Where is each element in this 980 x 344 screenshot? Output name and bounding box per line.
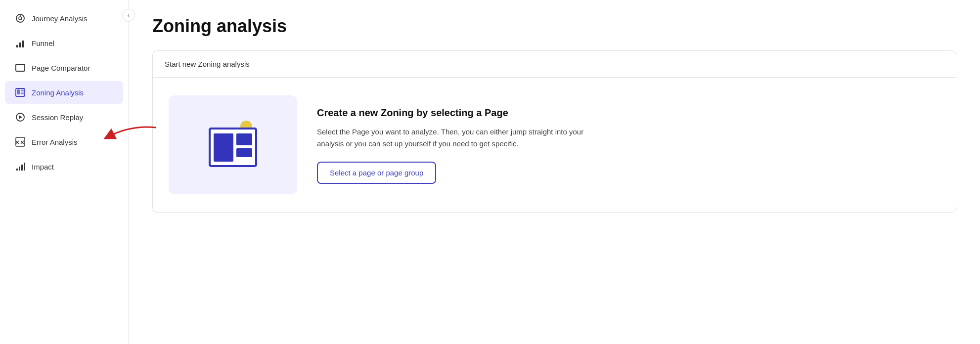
sidebar-item-label: Journey Analysis [32,14,88,23]
svg-rect-3 [16,45,18,47]
sidebar: ‹ Journey Analysis Funnel [0,0,129,344]
sidebar-item-funnel[interactable]: Funnel [5,32,123,54]
sidebar-item-zoning-analysis[interactable]: Zoning Analysis [5,81,123,104]
sidebar-collapse-button[interactable]: ‹ [122,9,135,22]
create-title: Create a new Zoning by selecting a Page [317,106,940,119]
sidebar-item-label: Zoning Analysis [32,88,84,97]
page-title: Zoning analysis [152,16,956,37]
svg-rect-9 [21,89,24,91]
svg-point-1 [19,17,22,20]
svg-rect-21 [24,163,25,171]
svg-rect-18 [16,169,18,171]
impact-icon [15,161,26,172]
sidebar-item-label: Impact [32,163,54,171]
illustration-box [169,95,297,194]
svg-rect-10 [21,92,24,94]
select-page-button[interactable]: Select a page or page group [317,162,436,184]
svg-rect-20 [21,165,23,171]
svg-rect-25 [236,133,252,145]
svg-rect-6 [16,64,25,71]
sidebar-item-page-comparator[interactable]: Page Comparator [5,56,123,79]
main-content: Zoning analysis Start new Zoning analysi… [129,0,980,344]
funnel-icon [15,38,26,48]
sidebar-item-error-analysis[interactable]: Error Analysis [5,130,123,153]
svg-rect-4 [19,43,21,47]
zoning-illustration [201,118,265,172]
card-body: Create a new Zoning by selecting a Page … [153,78,956,212]
comparator-icon [15,62,26,73]
journey-icon [15,13,26,24]
zoning-card: Start new Zoning analysis Create [152,50,956,213]
content-info: Create a new Zoning by selecting a Page … [317,106,940,184]
sidebar-item-session-replay[interactable]: Session Replay [5,106,123,129]
svg-rect-8 [17,89,20,94]
svg-rect-19 [19,167,20,171]
zoning-icon [15,87,26,98]
sidebar-item-label: Funnel [32,39,54,47]
svg-rect-24 [214,133,233,162]
create-description: Select the Page you want to analyze. The… [317,126,584,150]
sidebar-item-label: Error Analysis [32,138,78,146]
sidebar-item-impact[interactable]: Impact [5,155,123,178]
error-icon [15,136,26,147]
sidebar-item-label: Page Comparator [32,64,90,72]
svg-marker-12 [19,116,22,119]
sidebar-item-journey-analysis[interactable]: Journey Analysis [5,7,123,30]
sidebar-item-label: Session Replay [32,113,83,122]
replay-icon [15,112,26,123]
collapse-icon: ‹ [128,12,130,19]
svg-rect-5 [22,41,24,47]
card-header: Start new Zoning analysis [153,51,956,78]
svg-rect-26 [236,148,252,157]
card-header-text: Start new Zoning analysis [165,60,250,68]
